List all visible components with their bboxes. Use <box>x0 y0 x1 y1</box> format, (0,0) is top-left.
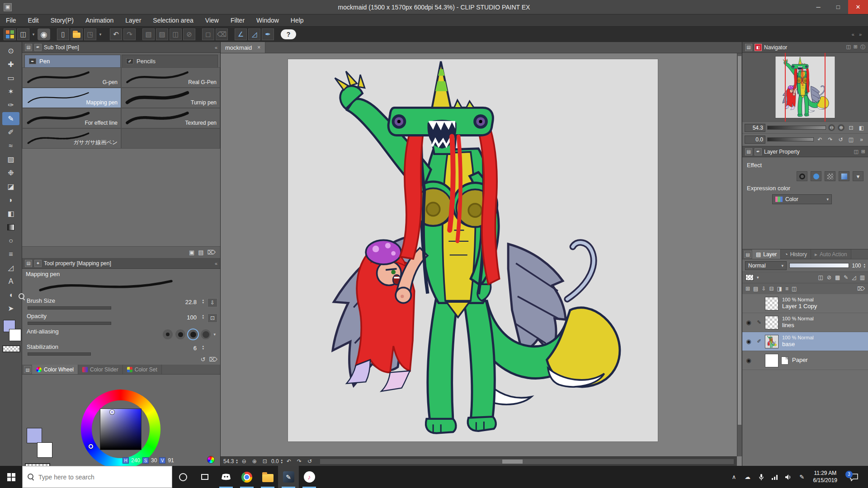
saturation-value[interactable]: 30 <box>151 457 157 464</box>
workspace-grid-icon[interactable] <box>4 28 16 40</box>
microphone-icon[interactable] <box>757 474 765 481</box>
layer-name[interactable]: lines <box>782 322 814 329</box>
vertical-scrollbar[interactable] <box>737 53 742 456</box>
hue-marker[interactable] <box>89 444 93 449</box>
maximize-button[interactable]: □ <box>828 0 848 14</box>
blend-mode-dropdown[interactable]: Normal▾ <box>745 261 787 270</box>
panel-tab-icon[interactable]: ▤ <box>744 251 751 258</box>
move-tool[interactable]: ✚ <box>2 58 19 71</box>
layer-name[interactable]: Paper <box>792 357 808 364</box>
nav-reset-rotation-icon[interactable]: ↺ <box>836 136 845 143</box>
layer-row-layer1-copy[interactable]: 100 % Normal Layer 1 Copy <box>742 294 868 313</box>
ruler-tool[interactable]: ◿ <box>2 261 19 274</box>
menu-filter[interactable]: Filter <box>225 14 250 26</box>
search-input[interactable] <box>38 474 167 481</box>
cortana-button[interactable] <box>172 466 194 488</box>
main-color-swatch[interactable] <box>27 428 42 443</box>
undo-icon[interactable]: ↶ <box>110 28 122 40</box>
nav-zoom-out-icon[interactable]: ⊖ <box>828 124 835 131</box>
layer-row-lines[interactable]: ◉ ✎ 100 % Normal lines <box>742 313 868 332</box>
panel-tab-icon[interactable]: ▤ <box>25 44 32 51</box>
taskbar-chrome[interactable] <box>236 466 257 488</box>
watercolor-edge-button[interactable] <box>811 171 821 181</box>
balloon-tool[interactable]: ◖ <box>2 288 19 301</box>
expression-color-dropdown[interactable]: Color ▾ <box>772 194 832 204</box>
taskbar-search[interactable] <box>22 466 172 488</box>
canvas-rotation-value[interactable]: 0.0 <box>271 458 279 465</box>
network-icon[interactable] <box>771 474 779 480</box>
horizontal-scrollbar[interactable] <box>320 459 734 465</box>
combine-layer-icon[interactable]: ◨ <box>777 286 782 292</box>
tone-effect-button[interactable] <box>825 171 835 181</box>
fit-to-screen-icon[interactable]: ⊡ <box>261 458 269 465</box>
aa-weak-button[interactable] <box>175 329 185 339</box>
transparent-color-swatch[interactable] <box>2 345 20 352</box>
color-mode-toggle-icon[interactable] <box>207 456 215 464</box>
vertical-scroll-thumb[interactable] <box>738 56 741 425</box>
nav-flip-icon[interactable]: ◫ <box>847 136 855 143</box>
window-switch-icon[interactable]: ◫ <box>17 28 29 40</box>
clear-selection-icon[interactable]: ⊘ <box>183 28 195 40</box>
hidden-icons-chevron[interactable]: ∧ <box>730 474 738 480</box>
tab-color-wheel[interactable]: Color Wheel <box>32 365 78 374</box>
horizontal-scroll-thumb[interactable] <box>502 460 523 464</box>
magnifier-tool[interactable]: ⊙ <box>2 44 19 57</box>
pen-input-icon[interactable]: ✎ <box>798 474 806 480</box>
create-subtool-icon[interactable]: ▤ <box>198 249 203 256</box>
brush-real-g-pen[interactable]: Real G-Pen <box>121 67 220 88</box>
value-value[interactable]: 91 <box>168 457 174 464</box>
hue-value[interactable]: 240 <box>131 457 140 464</box>
panel-tab-icon[interactable]: ▤ <box>745 148 752 155</box>
snap-grid-icon[interactable]: ✒ <box>262 28 274 40</box>
close-button[interactable]: ✕ <box>848 0 868 14</box>
nav-rotate-left-icon[interactable]: ↶ <box>816 136 824 143</box>
layer-thumbnail[interactable] <box>765 354 778 367</box>
line-correction-tool[interactable]: ➤ <box>2 302 19 315</box>
text-tool[interactable]: A <box>2 275 19 288</box>
nav-rotate-right-icon[interactable]: ↷ <box>826 136 835 143</box>
navigator-zoom-value[interactable]: 54.3 <box>745 124 765 132</box>
brush-for-effect-line[interactable]: For effect line <box>22 108 121 128</box>
visibility-eye-icon[interactable]: ◉ <box>744 319 753 326</box>
save-icon[interactable]: ◳ <box>84 28 96 40</box>
rotate-right-icon[interactable]: ↷ <box>295 458 303 465</box>
document-close-icon[interactable]: × <box>257 44 260 51</box>
clip-to-layer-icon[interactable]: ◫ <box>818 274 823 281</box>
tab-layer[interactable]: ▤Layer <box>752 249 781 259</box>
opacity-slider[interactable] <box>28 322 111 325</box>
brush-gasagasa-pen[interactable]: ガサガサ線画ペン <box>22 128 121 149</box>
menu-layer[interactable]: Layer <box>119 14 147 26</box>
eyedropper-tool[interactable]: ✑ <box>2 99 19 112</box>
auto-select-tool[interactable]: ✶ <box>2 85 19 98</box>
taskbar-discord[interactable] <box>216 466 236 488</box>
gradient-tool[interactable] <box>2 221 19 234</box>
figure-tool[interactable]: ○ <box>2 234 19 247</box>
nav-fit-icon[interactable]: ⊡ <box>847 124 855 131</box>
navigator-preview[interactable] <box>742 53 868 122</box>
tab-color-set[interactable]: Color Set <box>123 365 162 374</box>
subtool-collapse-icon[interactable]: « <box>215 45 217 50</box>
brush-g-pen[interactable]: G-pen <box>22 67 121 88</box>
reset-tool-icon[interactable]: ↺ <box>201 356 206 363</box>
brush-size-spinner[interactable]: ▴▾ <box>202 299 204 304</box>
layer-opacity-slider[interactable] <box>789 263 849 268</box>
start-button[interactable] <box>0 466 22 488</box>
sub-color-swatch[interactable] <box>37 442 52 458</box>
merge-down-icon[interactable]: ⊟ <box>769 286 774 292</box>
select-all-icon[interactable]: ◫ <box>170 28 182 40</box>
collapse-left-icon[interactable]: « <box>852 32 854 37</box>
stabilization-value[interactable]: 6 <box>193 345 197 352</box>
brush-size-slider[interactable] <box>28 306 111 310</box>
reference-caret-icon[interactable]: ▾ <box>757 275 759 280</box>
layer-palette-option-icon[interactable]: ▥ <box>860 274 865 281</box>
layer-thumbnail[interactable] <box>765 335 778 348</box>
navigator-rotation-slider[interactable] <box>767 137 814 141</box>
aa-strong-button[interactable] <box>201 329 211 339</box>
menu-view[interactable]: View <box>199 14 225 26</box>
create-mask-icon[interactable]: ◫ <box>792 286 797 292</box>
tab-pencils[interactable]: ✐Pencils <box>122 55 218 67</box>
deselect-icon[interactable]: ▧ <box>142 28 155 40</box>
tab-pen[interactable]: ✒Pen <box>24 55 121 67</box>
sub-color-swatch[interactable] <box>9 329 21 341</box>
panel-tab-icon[interactable]: ▤ <box>745 44 752 51</box>
